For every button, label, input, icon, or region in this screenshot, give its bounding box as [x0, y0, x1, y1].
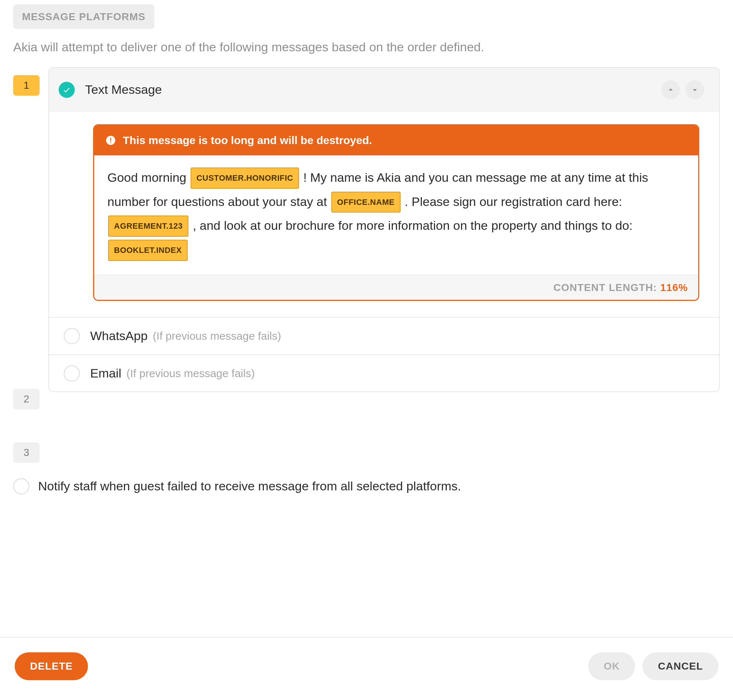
chevron-up-icon — [667, 86, 675, 94]
platform-flow: 1 2 3 Text Message — [13, 67, 720, 463]
page-root: MESSAGE PLATFORMS Akia will attempt to d… — [0, 0, 733, 700]
platform-row-whatsapp[interactable]: WhatsApp (If previous message fails) — [49, 317, 719, 354]
editor-wrap: This message is too long and will be des… — [49, 112, 719, 317]
reorder-up-button[interactable] — [661, 80, 680, 99]
notify-staff-checkbox[interactable] — [13, 478, 29, 494]
reorder-down-button[interactable] — [685, 80, 704, 99]
editor-alert-banner: This message is too long and will be des… — [94, 125, 698, 155]
footer-bar: DELETE OK CANCEL — [0, 637, 733, 700]
token-office-name[interactable]: OFFICE.NAME — [331, 192, 400, 213]
check-icon — [62, 85, 71, 94]
token-customer-honorific[interactable]: CUSTOMER.HONORIFIC — [191, 168, 299, 189]
body-text: . Please sign our registration card here… — [405, 195, 622, 209]
delete-button[interactable]: DELETE — [15, 652, 88, 680]
order-badge-2: 2 — [13, 389, 40, 409]
svg-rect-1 — [110, 137, 112, 141]
platform-select-text-message[interactable] — [59, 82, 75, 98]
chevron-down-icon — [691, 86, 699, 94]
platform-hint-email: (If previous message fails) — [127, 366, 255, 381]
platform-title-text-message: Text Message — [85, 81, 162, 99]
message-body-editor[interactable]: Good morning CUSTOMER.HONORIFIC ! My nam… — [94, 155, 698, 275]
section-description: Akia will attempt to deliver one of the … — [13, 38, 720, 56]
platform-select-email[interactable] — [64, 365, 80, 381]
cancel-button[interactable]: CANCEL — [642, 652, 718, 680]
notify-staff-label: Notify staff when guest failed to receiv… — [38, 478, 461, 495]
platform-title-whatsapp: WhatsApp — [90, 327, 148, 345]
body-text: Good morning — [107, 171, 190, 184]
content-length-value: 116% — [660, 282, 688, 293]
order-badge-1: 1 — [13, 75, 40, 96]
platform-row-email[interactable]: Email (If previous message fails) — [49, 354, 719, 392]
platform-hint-whatsapp: (If previous message fails) — [153, 328, 281, 344]
platform-row-text-message[interactable]: Text Message — [49, 68, 719, 112]
content-length-footer: CONTENT LENGTH: 116% — [94, 275, 698, 300]
alert-icon — [105, 135, 116, 146]
section-chip: MESSAGE PLATFORMS — [13, 4, 154, 29]
order-badge-3: 3 — [13, 443, 40, 463]
content-length-label: CONTENT LENGTH: — [553, 282, 660, 293]
body-text: , and look at our brochure for more info… — [193, 218, 633, 232]
editor-box: This message is too long and will be des… — [93, 124, 699, 301]
platform-title-email: Email — [90, 365, 121, 382]
platforms-panel: Text Message This message is too long an… — [49, 67, 720, 393]
svg-rect-2 — [110, 142, 112, 143]
token-agreement-123[interactable]: AGREEMENT.123 — [108, 216, 188, 237]
ok-button[interactable]: OK — [588, 652, 635, 680]
editor-alert-text: This message is too long and will be des… — [123, 133, 372, 148]
token-booklet-index[interactable]: BOOKLET.INDEX — [108, 240, 188, 261]
order-column: 1 2 3 — [13, 67, 49, 463]
platform-select-whatsapp[interactable] — [64, 328, 80, 344]
notify-staff-row: Notify staff when guest failed to receiv… — [13, 478, 720, 495]
